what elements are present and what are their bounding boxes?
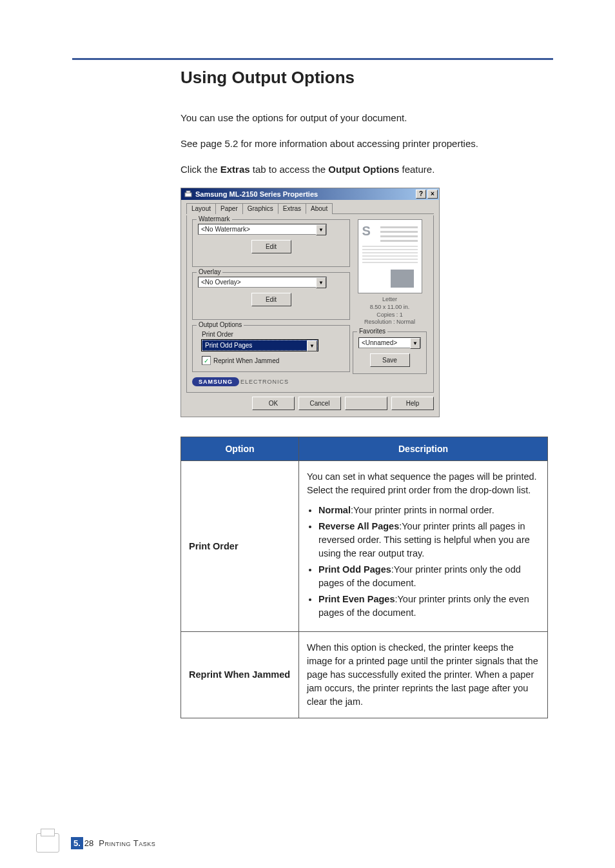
header-rule	[72, 58, 553, 60]
instruction-para: Click the Extras tab to access the Outpu…	[181, 163, 553, 177]
page-footer: 5.28 Printing Tasks	[36, 833, 155, 853]
overlay-edit-button[interactable]: Edit	[251, 293, 291, 306]
cancel-button[interactable]: Cancel	[298, 397, 341, 410]
tab-about[interactable]: About	[306, 203, 333, 214]
table-row: Print Order You can set in what sequence…	[181, 461, 548, 632]
chevron-down-icon: ▼	[410, 338, 420, 349]
favorites-save-button[interactable]: Save	[370, 353, 410, 367]
tab-layout[interactable]: Layout	[186, 203, 216, 214]
options-table: Option Description Print Order You can s…	[181, 437, 548, 718]
tab-panel-extras: Watermark <No Watermark> ▼ Edit Overlay …	[186, 215, 434, 393]
group-output-label: Output Options	[197, 321, 244, 328]
group-output-options: Output Options Print Order Print Odd Pag…	[192, 325, 350, 372]
group-watermark: Watermark <No Watermark> ▼ Edit	[192, 219, 350, 267]
tab-strip: Layout Paper Graphics Extras About	[186, 202, 434, 214]
print-order-label: Print Order	[202, 331, 344, 338]
opt-reprint: Reprint When Jammed	[181, 632, 299, 718]
close-button[interactable]: ×	[427, 190, 438, 199]
apply-button[interactable]	[345, 397, 387, 410]
watermark-select[interactable]: <No Watermark> ▼	[198, 224, 327, 235]
group-watermark-label: Watermark	[197, 215, 232, 222]
reprint-checkbox[interactable]: ✓ Reprint When Jammed	[202, 356, 344, 365]
favorites-select[interactable]: <Unnamed> ▼	[358, 337, 421, 348]
intro-para: You can use the options for output of yo…	[181, 111, 553, 125]
printer-icon	[36, 833, 59, 853]
svg-rect-0	[185, 193, 191, 197]
opt-print-order: Print Order	[181, 461, 299, 632]
group-overlay-label: Overlay	[197, 268, 222, 275]
page-number: 28	[83, 837, 95, 849]
desc-reprint: When this option is checked, the printer…	[299, 632, 548, 718]
titlebar: Samsung ML-2150 Series Properties ? ×	[181, 188, 439, 200]
seealso-para: See page 5.2 for more information about …	[181, 137, 553, 151]
chevron-down-icon: ▼	[316, 277, 326, 288]
section-name: Printing Tasks	[99, 838, 155, 848]
chevron-down-icon: ▼	[307, 340, 317, 351]
table-row: Reprint When Jammed When this option is …	[181, 632, 548, 718]
page-heading: Using Output Options	[181, 68, 553, 88]
th-description: Description	[299, 437, 548, 461]
app-icon	[184, 190, 193, 199]
page-chapter: 5.	[71, 837, 83, 849]
favorites-label: Favorites	[357, 328, 387, 335]
properties-dialog: Samsung ML-2150 Series Properties ? × La…	[181, 188, 440, 417]
page-preview: S	[358, 219, 422, 293]
ok-button[interactable]: OK	[252, 397, 295, 410]
svg-rect-1	[186, 191, 190, 193]
help-button[interactable]: ?	[416, 190, 426, 199]
print-order-select[interactable]: Print Odd Pages ▼	[202, 340, 318, 351]
tab-graphics[interactable]: Graphics	[242, 203, 278, 214]
preview-meta: Letter 8.50 x 11.00 in. Copies : 1 Resol…	[353, 296, 427, 326]
group-favorites: Favorites <Unnamed> ▼ Save	[353, 331, 427, 374]
brand: SAMSUNG ELECTRONICS	[192, 377, 428, 386]
tab-paper[interactable]: Paper	[215, 203, 243, 214]
watermark-edit-button[interactable]: Edit	[251, 240, 291, 253]
help-button-bottom[interactable]: Help	[391, 397, 434, 410]
dialog-title: Samsung ML-2150 Series Properties	[195, 190, 318, 198]
chevron-down-icon: ▼	[316, 224, 326, 235]
desc-print-order: You can set in what sequence the pages w…	[299, 461, 548, 632]
tab-extras[interactable]: Extras	[278, 203, 306, 214]
overlay-select[interactable]: <No Overlay> ▼	[198, 277, 327, 288]
group-overlay: Overlay <No Overlay> ▼ Edit	[192, 272, 350, 320]
th-option: Option	[181, 437, 299, 461]
check-icon: ✓	[202, 356, 211, 365]
